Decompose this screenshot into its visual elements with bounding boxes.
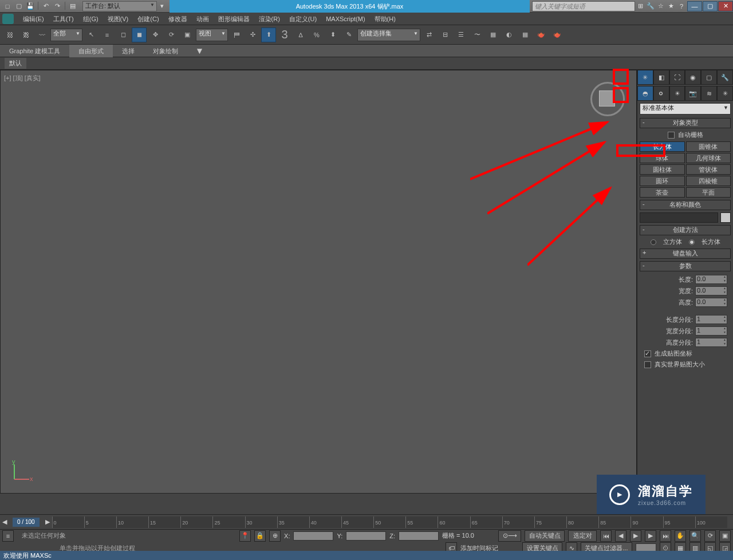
cmd-tab-utilities[interactable]: 🔧 (717, 70, 733, 85)
curve-editor-icon[interactable]: 〜 (470, 27, 484, 42)
search-input[interactable] (532, 1, 635, 11)
workspace-dropdown[interactable]: 工作台: 默认 (82, 1, 157, 11)
cmd-tab-display[interactable]: ▢ (701, 70, 717, 85)
xyz-icon[interactable]: ⊕ (269, 530, 281, 542)
radio-box[interactable] (689, 239, 695, 245)
align-icon[interactable]: ⊟ (438, 27, 452, 42)
cmd-tab-modify[interactable]: ◧ (653, 70, 669, 85)
selection-filter-dropdown[interactable]: 全部 (50, 29, 82, 41)
key-icon-status[interactable]: ⊙⟶ (498, 530, 521, 542)
material-editor-icon[interactable]: ◐ (502, 27, 517, 42)
workspace-extra-icon[interactable]: ▾ (157, 2, 167, 11)
rotate-icon[interactable]: ⟳ (164, 27, 179, 42)
ribbon-expand-icon[interactable]: ⯆ (187, 45, 212, 57)
bind-tool-icon[interactable]: 〰 (34, 27, 49, 42)
play-prev-icon[interactable]: ◀ (615, 530, 626, 542)
menu-modifier[interactable]: 修改器 (164, 13, 192, 25)
render-setup-icon[interactable]: ▦ (518, 27, 533, 42)
cmd-tab-create[interactable]: ✳ (637, 70, 653, 85)
scale-icon[interactable]: ▣ (180, 27, 195, 42)
timeline-arrow-left[interactable]: ◀ (0, 518, 9, 526)
link-icon[interactable]: ▤ (68, 2, 78, 11)
axis-gizmo[interactable]: y x (11, 460, 34, 483)
minimize-button[interactable]: — (687, 1, 702, 11)
selection-set-dropdown[interactable]: 创建选择集 (357, 29, 420, 41)
hseg-spinner[interactable]: 1 (695, 338, 727, 347)
play-next-icon[interactable]: ▶ (645, 530, 656, 542)
schematic-icon[interactable]: ▦ (486, 27, 501, 42)
snap-pct-icon[interactable]: % (309, 27, 324, 42)
manip-icon[interactable]: ✣ (245, 27, 260, 42)
nav-max-icon[interactable]: ▣ (719, 530, 731, 542)
undo-icon[interactable]: ↶ (41, 2, 51, 11)
unlink-tool-icon[interactable]: ⛓̸ (18, 27, 33, 42)
coord-sys-dropdown[interactable]: 视图 (196, 29, 228, 41)
nav-pan-icon[interactable]: ✋ (675, 530, 686, 542)
help-icon[interactable]: ? (676, 2, 687, 11)
play-start-icon[interactable]: ⏮ (600, 530, 612, 542)
x-input[interactable] (293, 531, 333, 541)
rollout-params[interactable]: 参数 (640, 261, 731, 271)
mirror-icon[interactable]: ⇄ (421, 27, 436, 42)
radio-cube[interactable] (651, 239, 656, 245)
menu-edit[interactable]: 编辑(E) (18, 13, 49, 25)
close-button[interactable]: ✕ (718, 1, 733, 11)
time-marker[interactable]: 0 / 100 (13, 518, 40, 527)
lock2-icon[interactable]: 🔒 (254, 530, 266, 542)
app-icon[interactable] (2, 14, 14, 24)
select-window-icon[interactable]: ◼ (132, 27, 147, 42)
time-ruler[interactable]: 0510152025303540455055606570758085909510… (52, 516, 727, 528)
select-icon[interactable]: ↖ (84, 27, 98, 42)
script-icon[interactable]: ≡ (2, 530, 14, 542)
lock-icon[interactable]: 📍 (239, 530, 251, 542)
snap-toggle-icon[interactable]: ⬆ (261, 27, 276, 42)
height-spinner[interactable]: 0.0 (695, 298, 727, 307)
viewport[interactable]: [+] [顶] [真实] y x (0, 70, 637, 494)
menu-anim[interactable]: 动画 (192, 13, 214, 25)
btn-tube[interactable]: 管状体 (686, 164, 731, 175)
search-go-icon[interactable]: ⊞ (635, 2, 645, 11)
new-icon[interactable]: □ (2, 2, 13, 11)
btn-torus[interactable]: 圆环 (640, 176, 685, 186)
btn-box[interactable]: 长方体 (640, 141, 685, 152)
autogrid-checkbox[interactable] (668, 132, 675, 139)
autokey-button[interactable]: 自动关键点 (525, 530, 565, 542)
menu-custom[interactable]: 自定义(U) (285, 13, 321, 25)
btn-plane[interactable]: 平面 (686, 187, 731, 198)
subtab-cameras[interactable]: 📷 (685, 86, 701, 101)
layer-icon[interactable]: ☰ (454, 27, 468, 42)
ribbon-tab-modeling[interactable]: Graphite 建模工具 (0, 45, 69, 57)
subtab-geometry[interactable]: ◓ (637, 86, 653, 101)
width-spinner[interactable]: 0.0 (695, 286, 727, 295)
save-icon[interactable]: 💾 (25, 2, 36, 11)
real-uv-checkbox[interactable] (644, 361, 651, 368)
menu-maxscript[interactable]: MAXScript(M) (321, 13, 369, 25)
z-input[interactable] (399, 531, 439, 541)
ribbon-tab-freeform[interactable]: 自由形式 (69, 45, 113, 57)
btn-sphere[interactable]: 球体 (640, 153, 685, 163)
maximize-button[interactable]: ▢ (703, 1, 718, 11)
play-end-icon[interactable]: ⏭ (660, 530, 671, 542)
editsel-icon[interactable]: ✎ (341, 27, 356, 42)
render-icon[interactable]: 🫖 (550, 27, 565, 42)
subtab-shapes[interactable]: ⭘ (653, 86, 669, 101)
btn-pyramid[interactable]: 四棱锥 (686, 176, 731, 186)
view-cube[interactable] (590, 82, 625, 116)
btn-cylinder[interactable]: 圆柱体 (640, 164, 685, 175)
key-icon[interactable]: 🔧 (645, 2, 656, 11)
play-icon[interactable]: ▶ (630, 530, 641, 542)
selected-only-button[interactable]: 选定对 (568, 530, 597, 542)
btn-cone[interactable]: 圆锥体 (686, 141, 731, 152)
subtab-lights[interactable]: ☀ (669, 86, 685, 101)
object-name-input[interactable] (640, 212, 718, 223)
cmd-tab-motion[interactable]: ◉ (685, 70, 701, 85)
y-input[interactable] (346, 531, 386, 541)
lseg-spinner[interactable]: 1 (695, 315, 727, 324)
rollout-object-type[interactable]: 对象类型 (640, 118, 731, 128)
nav-orbit-icon[interactable]: ⟳ (704, 530, 716, 542)
btn-geosphere[interactable]: 几何球体 (686, 153, 731, 163)
cmd-tab-hierarchy[interactable]: ⛶ (669, 70, 685, 85)
pivot-icon[interactable]: ⛿ (229, 27, 244, 42)
menu-render[interactable]: 渲染(R) (254, 13, 285, 25)
menu-view[interactable]: 视图(V) (103, 13, 133, 25)
